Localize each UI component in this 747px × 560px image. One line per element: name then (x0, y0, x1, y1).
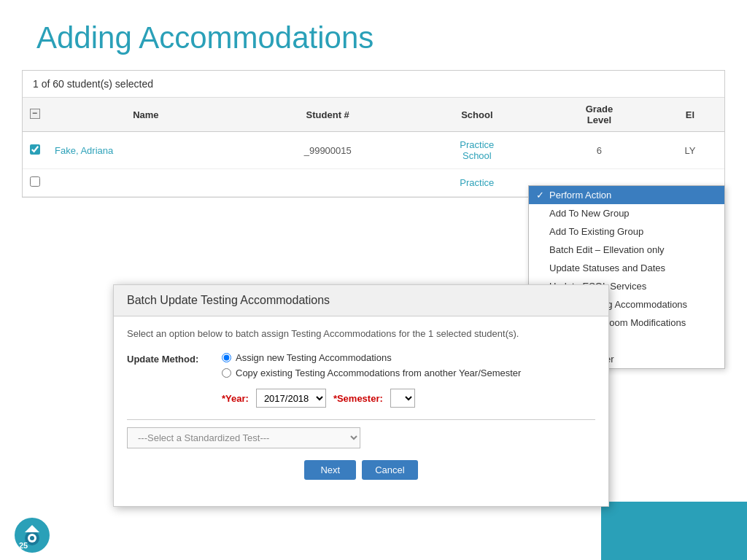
divider (127, 419, 595, 420)
blue-bar-decoration (601, 502, 747, 560)
dropdown-item-label: Batch Edit – Ellevation only (549, 244, 665, 255)
year-semester-row: *Year: 2017/2018 *Semester: (222, 389, 595, 408)
svg-marker-1 (25, 525, 39, 532)
dropdown-item-update-statuses[interactable]: Update Statuses and Dates (529, 259, 724, 277)
cancel-button[interactable]: Cancel (362, 460, 417, 480)
radio-copy-existing[interactable] (222, 368, 231, 378)
radio-label: Copy existing Testing Accommodations fro… (236, 368, 521, 378)
update-method-label: Update Method: (127, 352, 222, 365)
student-num (244, 169, 411, 197)
col-el: El (656, 98, 724, 132)
modal-title: Batch Update Testing Accommodations (114, 285, 608, 316)
update-method-row: Update Method: Assign new Testing Accomm… (127, 352, 595, 378)
checkmark-icon: ✓ (536, 190, 544, 201)
col-grade: GradeLevel (543, 98, 656, 132)
modal-dialog: Batch Update Testing Accommodations Sele… (113, 284, 609, 507)
student-school: PracticeSchool (411, 132, 543, 169)
radio-assign-new[interactable] (222, 353, 231, 362)
table-row: Fake, Adriana _99900015 PracticeSchool 6… (23, 132, 724, 169)
student-grade: 6 (543, 132, 656, 169)
svg-point-3 (30, 536, 34, 540)
student-num: _99900015 (244, 132, 411, 169)
next-button[interactable]: Next (304, 460, 356, 480)
logo-circle: 25 (15, 518, 50, 553)
student-name (47, 169, 244, 197)
row-checkbox[interactable] (30, 176, 40, 187)
students-table: Name Student # School GradeLevel El Fake… (23, 98, 724, 197)
year-select[interactable]: 2017/2018 (256, 389, 326, 408)
student-school: Practice (411, 169, 543, 197)
select-all-checkbox[interactable] (30, 109, 40, 119)
dropdown-item-label: Add To New Group (549, 208, 630, 219)
dropdown-item-perform-action[interactable]: ✓ Perform Action (529, 186, 724, 204)
year-required-label: *Year: (222, 393, 249, 404)
modal-footer: Next Cancel (127, 460, 595, 480)
logo-area: 25 (15, 518, 50, 553)
student-name: Fake, Adriana (47, 132, 244, 169)
radio-group: Assign new Testing Accommodations Copy e… (222, 352, 521, 378)
table-header-bar: 1 of 60 student(s) selected (23, 71, 724, 98)
page-title: Adding Accommodations (0, 0, 747, 70)
row-checkbox-cell[interactable] (23, 169, 47, 197)
dropdown-item-add-existing-group[interactable]: Add To Existing Group (529, 222, 724, 241)
col-school: School (411, 98, 543, 132)
semester-required-label: *Semester: (333, 393, 383, 404)
modal-body: Select an option below to batch assign T… (114, 316, 608, 491)
radio-label: Assign new Testing Accommodations (236, 352, 392, 363)
row-checkbox[interactable] (30, 144, 40, 155)
modal-description: Select an option below to batch assign T… (127, 328, 595, 339)
dropdown-item-add-new-group[interactable]: Add To New Group (529, 204, 724, 222)
select-test-row: ---Select a Standardized Test--- (127, 427, 595, 448)
dropdown-item-label: Perform Action (549, 190, 611, 201)
radio-option-copy-existing[interactable]: Copy existing Testing Accommodations fro… (222, 368, 521, 378)
dropdown-item-batch-edit[interactable]: Batch Edit – Ellevation only (529, 241, 724, 259)
radio-option-assign-new[interactable]: Assign new Testing Accommodations (222, 352, 521, 363)
semester-select[interactable] (390, 389, 415, 408)
col-name: Name (47, 98, 244, 132)
col-checkbox (23, 98, 47, 132)
col-student-num: Student # (244, 98, 411, 132)
row-checkbox-cell[interactable] (23, 132, 47, 169)
logo-number: 25 (19, 541, 28, 550)
table-panel: 1 of 60 student(s) selected Name Student… (22, 70, 725, 198)
standardized-test-select[interactable]: ---Select a Standardized Test--- (127, 427, 360, 448)
dropdown-item-label: Update Statuses and Dates (549, 262, 665, 273)
student-el: LY (656, 132, 724, 169)
dropdown-item-label: Add To Existing Group (549, 226, 643, 237)
